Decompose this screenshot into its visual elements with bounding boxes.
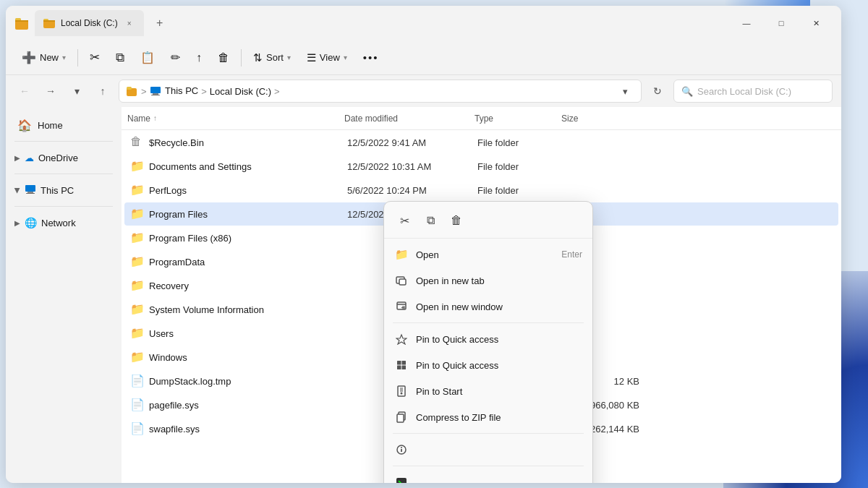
explorer-window: Local Disk (C:) × + — □ ✕ ➕ New ▾ ✂ ⧉ 📋 … [6, 6, 841, 483]
ctx-delete-icon: 🗑 [451, 214, 462, 227]
ctx-copy-icon: ⧉ [427, 214, 435, 227]
path-dropdown-button[interactable]: ▾ [616, 82, 634, 100]
delete-button[interactable]: 🗑 [210, 46, 237, 70]
view-button[interactable]: ☰ View ▾ [299, 46, 354, 70]
share-button[interactable]: ↑ [189, 46, 209, 70]
view-icon: ☰ [307, 51, 316, 64]
breadcrumb-home-icon [127, 85, 138, 97]
ctx-pin-quick-item[interactable]: Pin to Quick access [384, 326, 592, 352]
new-button[interactable]: ➕ New ▾ [14, 46, 73, 70]
table-row[interactable]: 🗑 $Recycle.Bin 12/5/2022 9:41 AM File fo… [124, 131, 838, 154]
ctx-pin-start-item[interactable]: Pin to Quick access [384, 352, 592, 378]
file-list-header: Name ↑ Date modified Type Size [122, 107, 841, 130]
file-icon: 📁 [130, 183, 145, 197]
maximize-button[interactable]: □ [765, 12, 798, 35]
ctx-open-new-tab-item[interactable]: Open in new tab [384, 267, 592, 294]
sidebar-item-onedrive[interactable]: ▶ ☁ OneDrive [9, 146, 119, 169]
ctx-new-tab-icon [394, 273, 409, 288]
tab-title: Local Disk (C:) [61, 18, 118, 28]
sort-arrow-icon: ↑ [153, 114, 157, 122]
ctx-cut-icon: ✂ [400, 214, 409, 228]
table-row[interactable]: 📁 PerfLogs 5/6/2022 10:24 PM File folder [124, 179, 838, 202]
svg-rect-19 [397, 361, 401, 365]
explorer-tab[interactable]: Local Disk (C:) × [35, 10, 144, 36]
ctx-compress-item[interactable]: Pin to Start [384, 378, 592, 404]
svg-rect-29 [397, 414, 404, 422]
ctx-terminal-icon [394, 475, 409, 483]
ctx-properties-item[interactable] [384, 437, 592, 463]
copy-icon: ⧉ [116, 51, 124, 65]
new-dropdown-icon: ▾ [62, 53, 66, 61]
svg-rect-5 [43, 20, 55, 22]
svg-rect-15 [399, 279, 406, 285]
ctx-cut-button[interactable]: ✂ [393, 209, 416, 232]
column-size[interactable]: Size [561, 114, 648, 124]
minimize-button[interactable]: — [730, 12, 763, 35]
window-controls: — □ ✕ [730, 12, 833, 35]
file-icon: 📁 [130, 278, 145, 293]
svg-rect-2 [15, 20, 28, 22]
column-modified[interactable]: Date modified [344, 114, 475, 124]
file-icon: 📁 [130, 254, 145, 269]
ctx-separator-3 [393, 466, 584, 466]
ctx-delete-button[interactable]: 🗑 [445, 209, 468, 232]
ctx-separator-1 [393, 322, 584, 323]
recent-button[interactable]: ▾ [67, 81, 87, 101]
sidebar-item-this-pc[interactable]: ▶ This PC [9, 179, 119, 202]
search-icon: 🔍 [681, 86, 693, 97]
file-icon: 📁 [130, 350, 145, 364]
svg-rect-20 [402, 361, 407, 365]
file-icon: 📁 [130, 231, 145, 245]
toolbar: ➕ New ▾ ✂ ⧉ 📋 ✏ ↑ 🗑 ⇅ Sort ▾ ☰ [6, 40, 841, 75]
breadcrumb-local-disk[interactable]: Local Disk (C:) [210, 86, 271, 97]
ctx-copy-button[interactable]: ⧉ [419, 209, 442, 232]
svg-rect-13 [26, 193, 35, 194]
sort-button[interactable]: ⇅ Sort ▾ [246, 46, 298, 70]
cut-button[interactable]: ✂ [82, 46, 107, 70]
ctx-properties-icon [394, 442, 409, 457]
svg-rect-7 [127, 87, 132, 90]
paste-button[interactable]: 📋 [133, 46, 162, 70]
breadcrumb-this-pc[interactable]: This PC [150, 85, 199, 98]
copy-button[interactable]: ⧉ [109, 46, 132, 70]
paste-icon: 📋 [140, 51, 155, 64]
column-type[interactable]: Type [475, 114, 561, 124]
ctx-pin-quick-icon [394, 332, 409, 346]
expand-icon-network: ▶ [14, 219, 20, 227]
file-icon: 📄 [130, 421, 145, 436]
search-box[interactable]: 🔍 Search Local Disk (C:) [673, 80, 833, 103]
ctx-open-item[interactable]: 📁 Open Enter [384, 241, 592, 267]
new-tab-button[interactable]: + [150, 13, 170, 33]
back-button[interactable]: ← [14, 81, 35, 101]
more-button[interactable]: ••• [356, 46, 386, 70]
breadcrumb-bar[interactable]: > This PC > Local Disk (C:) > ▾ [119, 80, 642, 103]
sidebar-item-home[interactable]: 🏠 Home [9, 114, 119, 137]
column-name[interactable]: Name ↑ [127, 114, 344, 124]
search-placeholder: Search Local Disk (C:) [697, 86, 791, 97]
tab-close-button[interactable]: × [124, 17, 135, 29]
context-menu-mini-bar: ✂ ⧉ 🗑 [384, 206, 592, 239]
file-icon: 📁 [130, 326, 145, 341]
forward-button[interactable]: → [41, 81, 61, 101]
new-icon: ➕ [22, 51, 36, 64]
title-bar: Local Disk (C:) × + — □ ✕ [6, 6, 841, 40]
ctx-open-new-window-item[interactable]: Open in new window [384, 294, 592, 320]
ctx-pin-start-icon [394, 358, 409, 372]
up-button[interactable]: ↑ [93, 81, 113, 101]
close-button[interactable]: ✕ [799, 12, 833, 35]
file-icon: 📄 [130, 374, 145, 388]
ctx-open-terminal-item[interactable] [384, 469, 592, 483]
sidebar-item-network[interactable]: ▶ 🌐 Network [9, 211, 119, 234]
file-icon: 📁 [130, 159, 145, 174]
ctx-copy-path-item[interactable]: Compress to ZIP file [384, 404, 592, 430]
refresh-button[interactable]: ↻ [647, 81, 668, 101]
rename-button[interactable]: ✏ [163, 46, 187, 70]
svg-rect-22 [402, 366, 407, 370]
more-icon: ••• [363, 51, 379, 64]
breadcrumb-separator-3: > [274, 86, 280, 97]
file-list: Name ↑ Date modified Type Size 🗑 $Recycl… [122, 107, 841, 483]
tab-folder-icon [43, 17, 55, 29]
table-row[interactable]: 📁 Documents and Settings 12/5/2022 10:31… [124, 155, 838, 178]
breadcrumb-separator-2: > [201, 86, 207, 97]
ctx-copy-path-icon [394, 410, 409, 424]
